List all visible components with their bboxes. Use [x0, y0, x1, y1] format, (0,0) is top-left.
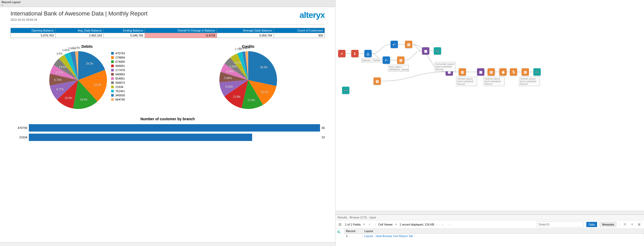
workflow-canvas[interactable]: ≡Σ△✓·▥✓·▥▦👓▥▦▥👓▦▥◉⇅▥👓[Name] = "Debits"Su…: [335, 0, 644, 211]
summary-value: -0.4733: [145, 33, 217, 38]
search-input[interactable]: [537, 221, 584, 227]
svg-rect-0: [339, 223, 342, 224]
report-preview-panel: Record Layout 1 International Bank of Aw…: [0, 0, 335, 246]
hlayout-caption: Horizontal Layout Each Individual Record: [435, 62, 456, 71]
brand-logo: alteryx: [300, 10, 325, 20]
summary-header: Count of Customers: [274, 28, 324, 33]
legend-item: 854961: [111, 76, 125, 81]
layout-tool-3[interactable]: ▦: [477, 68, 484, 76]
credits-chart: Credits 28.3%13.1%12.3%11.8%8.28%5.86%4.…: [172, 44, 325, 109]
debits-pie: 19.2%19.1%14.5%10.3%8.77%6.73%5.21%4.63%…: [49, 51, 107, 109]
browse-tool-1[interactable]: 👓: [434, 47, 441, 55]
filter-tool-bottom[interactable]: ✓·: [383, 56, 390, 64]
render-tool-3[interactable]: ▥: [488, 68, 495, 76]
credits-pie: 28.3%13.1%12.3%11.8%8.28%5.86%4.94%4.66%…: [219, 51, 277, 109]
report-tool-bottom[interactable]: ▥: [397, 56, 404, 64]
col-record: Record: [344, 229, 362, 233]
legend-item: 340030: [111, 93, 125, 97]
credits-title: Credits: [172, 44, 325, 49]
summary-value: 2,402,103: [55, 33, 104, 38]
divider: [10, 24, 325, 25]
report-body[interactable]: International Bank of Awesome Data | Mon…: [0, 7, 335, 242]
copy-icon[interactable]: ⧉: [623, 222, 627, 227]
canvas-horizontal-scrollbar[interactable]: [335, 211, 644, 214]
horizontal-scrollbar[interactable]: [0, 242, 335, 246]
sort-tool[interactable]: ⇅: [510, 68, 517, 76]
record-summary: 1 record displayed, 116 KB: [399, 223, 434, 226]
svg-point-3: [338, 231, 339, 233]
save-icon[interactable]: ▾: [630, 222, 635, 227]
render-tool-4[interactable]: ▥: [522, 68, 529, 76]
summarize-tool[interactable]: Σ: [351, 50, 359, 57]
vlayout3-caption: Vertical Layout Each Individual Record: [519, 77, 540, 86]
summary-header: Overall % Change in Balance: [145, 28, 217, 33]
debits-title: Debits: [10, 44, 164, 49]
data-tab[interactable]: Data: [586, 222, 597, 227]
filter-tool-top[interactable]: ✓·: [391, 41, 398, 48]
legend-item: 988991: [111, 64, 125, 68]
summary-value: 5,070,763: [11, 33, 56, 38]
debits-legend: 4707932788846740699889911774769409838549…: [111, 51, 125, 102]
report-tool-top[interactable]: ▥: [405, 41, 412, 48]
fields-dropdown[interactable]: 1 of 1 Fields: [345, 223, 361, 226]
grid-header: Record Layout: [344, 229, 644, 234]
summary-header: Average Daily Balance: [217, 28, 274, 33]
vlayout1-caption: Vertical Layout Each Individual Record: [456, 77, 477, 86]
legend-item: 864780: [111, 97, 125, 102]
results-panel: Results - Browse (172) - Input 1 of 1 Fi…: [335, 214, 644, 246]
browse-tool-icon[interactable]: [337, 230, 341, 234]
search-input-wrap: [537, 221, 584, 227]
legend-item: 278884: [111, 55, 125, 60]
browse-tool-final[interactable]: 👓: [533, 68, 541, 76]
col-layout: Layout: [362, 229, 644, 233]
popout-icon[interactable]: ◧: [637, 222, 642, 227]
legend-item: 21634: [111, 85, 125, 89]
actions-icon[interactable]: [338, 222, 342, 227]
summary-value: 5,046,765: [104, 33, 145, 38]
summary-header: Ending Balance: [104, 28, 145, 33]
filter-caption: Sum_Value = ABS([Sum_Value]): [388, 65, 409, 72]
summary-header: Opening Balance: [11, 28, 56, 33]
check-icon[interactable]: ✓: [367, 222, 372, 227]
legend-item: 674069: [111, 60, 125, 64]
bar-row: 47079330: [10, 124, 325, 132]
layout-tool[interactable]: ▦: [422, 47, 429, 55]
bar-row: 2163423: [10, 134, 325, 141]
report-title: International Bank of Awesome Data | Mon…: [10, 10, 148, 17]
summary-header: Avg_Daily Balance: [55, 28, 104, 33]
legend-item: 458073: [111, 81, 125, 85]
formula-tool[interactable]: △: [364, 50, 372, 57]
results-grid[interactable]: Record Layout 1 Layout - View Browse Too…: [335, 229, 644, 246]
legend-item: 761451: [111, 89, 125, 93]
image-tool[interactable]: ◉: [499, 68, 507, 76]
report-timestamp: 2022-02-01 09:56:24: [10, 18, 148, 21]
panel-header: Record Layout 1: [0, 0, 335, 7]
summary-value: 5,058,764: [217, 33, 274, 38]
legend-item: 177476: [111, 68, 125, 72]
bar-chart-title: Number of customer by branch: [10, 117, 325, 121]
bar-chart: 470793302163423: [10, 124, 325, 141]
debits-chart: Debits 19.2%19.1%14.5%10.3%8.77%6.73%5.2…: [10, 44, 164, 109]
vlayout2-caption: Vertical Layout Each Individual Record: [484, 77, 505, 86]
svg-rect-2: [339, 225, 342, 226]
formula-caption: [Name] = "Debits": [361, 58, 382, 62]
svg-rect-1: [339, 224, 342, 225]
summary-value: 300: [274, 33, 324, 38]
browse-tool-2[interactable]: 👓: [342, 87, 349, 94]
legend-item: 940983: [111, 72, 125, 76]
results-title: Results - Browse (172) - Input: [335, 215, 644, 220]
render-tool-2[interactable]: ▥: [459, 68, 466, 76]
grid-row[interactable]: 1 Layout - View Browse Tool Report Tab: [344, 234, 644, 238]
results-toolbar: 1 of 1 Fields ▾ ✓ | Cell Viewer ▾ 1 reco…: [335, 220, 644, 229]
arrow-down-icon[interactable]: ↓: [447, 222, 452, 227]
arrow-up-icon[interactable]: ↑: [440, 222, 445, 227]
input-data-tool[interactable]: ≡: [338, 50, 345, 57]
summary-table: Opening BalanceAvg_Daily BalanceEnding B…: [10, 28, 325, 38]
metadata-tab[interactable]: Metadata: [600, 222, 616, 227]
cell-record: 1: [344, 234, 362, 238]
legend-item: 470793: [111, 51, 125, 55]
report-tool-lower[interactable]: ▥: [374, 77, 381, 85]
workflow-panel: ≡Σ△✓·▥✓·▥▦👓▥▦▥👓▦▥◉⇅▥👓[Name] = "Debits"Su…: [335, 0, 644, 246]
cell-layout-link[interactable]: Layout - View Browse Tool Report Tab: [362, 234, 644, 238]
cell-viewer-dropdown[interactable]: Cell Viewer: [378, 223, 393, 226]
